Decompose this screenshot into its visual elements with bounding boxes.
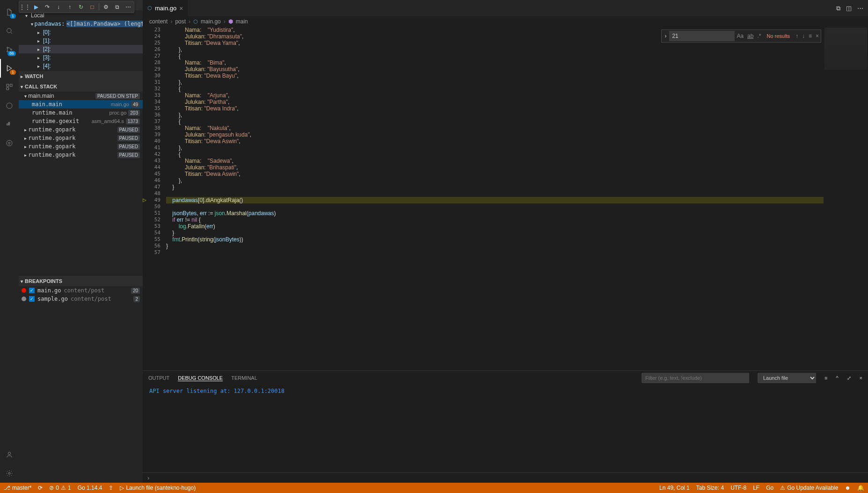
- breakpoint-item[interactable]: ✓main.gocontent/post20: [19, 286, 143, 295]
- step-into-button[interactable]: ↓: [53, 1, 64, 13]
- scm-icon[interactable]: 86: [0, 40, 19, 59]
- explorer-icon[interactable]: 1: [0, 3, 19, 22]
- breakpoint-item[interactable]: ✓sample.gocontent/post2: [19, 295, 143, 303]
- svg-rect-5: [10, 84, 12, 87]
- panel-tabs: OUTPUT DEBUG CONSOLE TERMINAL Launch fil…: [143, 371, 868, 385]
- problems-button[interactable]: ⊘ 0 ⚠ 1: [49, 485, 71, 491]
- var-item-3[interactable]: ▸[3]:: [19, 53, 143, 62]
- filter-input[interactable]: [642, 373, 749, 383]
- var-pandawas[interactable]: ▾pandawas: <[]main.Pandawa> (length: 5, …: [19, 20, 143, 28]
- callstack-header[interactable]: ▾CALL STACK: [19, 81, 143, 92]
- thread-paused[interactable]: ▸ runtime.goparkPAUSED: [19, 134, 143, 142]
- svg-rect-8: [7, 124, 8, 125]
- compare-icon[interactable]: ⧉: [836, 5, 840, 12]
- tab-output[interactable]: OUTPUT: [148, 375, 169, 381]
- match-word-icon[interactable]: ab: [745, 33, 755, 39]
- var-item-2[interactable]: ▸[2]:: [19, 45, 143, 53]
- minimap[interactable]: [824, 27, 868, 370]
- callstack-title: CALL STACK: [25, 84, 57, 89]
- more-icon[interactable]: ⋯: [123, 1, 134, 13]
- extensions-icon[interactable]: [0, 78, 19, 96]
- collapse-icon[interactable]: ^: [836, 375, 838, 381]
- close-icon[interactable]: ×: [814, 33, 821, 39]
- maximize-icon[interactable]: ⤢: [847, 375, 851, 381]
- close-icon[interactable]: ×: [860, 375, 862, 381]
- var-item-0[interactable]: ▸[0]:: [19, 28, 143, 36]
- feedback-icon[interactable]: ☻: [845, 485, 851, 491]
- close-icon[interactable]: ×: [179, 5, 183, 12]
- repl-input[interactable]: ›: [143, 472, 868, 483]
- debug-sidebar: ▾VARIABLES ▾Local ▾pandawas: <[]main.Pan…: [19, 0, 143, 483]
- tab-main-go[interactable]: ⬡ main.go ×: [143, 0, 188, 16]
- regex-icon[interactable]: .*: [755, 33, 763, 39]
- launch-select[interactable]: Launch file: [758, 373, 816, 383]
- account-icon[interactable]: [0, 445, 19, 464]
- continue-button[interactable]: ▶: [30, 1, 42, 13]
- breakpoints-header[interactable]: ▾BREAKPOINTS: [19, 276, 143, 286]
- breadcrumb[interactable]: content› post› ⬡main.go› ⬢main: [143, 16, 868, 27]
- status-bar: ⎇ master* ⟳ ⊘ 0 ⚠ 1 Go 1.14.4 ⇪ ▷ Launch…: [0, 483, 868, 493]
- tab-bar: ⬡ main.go × ⧉ ◫ ⋯: [143, 0, 868, 16]
- tab-label: main.go: [155, 5, 176, 12]
- split-icon[interactable]: ◫: [846, 5, 852, 12]
- find-result: No results: [763, 33, 794, 39]
- thread-paused[interactable]: ▸ runtime.goparkPAUSED: [19, 151, 143, 159]
- thread-paused[interactable]: ▸ runtime.goparkPAUSED: [19, 125, 143, 134]
- indentation-button[interactable]: Tab Size: 4: [696, 485, 724, 491]
- watch-title: WATCH: [25, 73, 44, 79]
- debug-toolbar[interactable]: ⋮⋮ ▶ ↷ ↓ ↑ ↻ □ ⚙ ⧉ ⋯: [19, 1, 134, 13]
- encoding-button[interactable]: UTF-8: [730, 485, 746, 491]
- step-over-button[interactable]: ↷: [42, 1, 53, 13]
- go-version-button[interactable]: Go 1.14.4: [78, 485, 102, 491]
- match-case-icon[interactable]: Aa: [735, 33, 745, 39]
- svg-point-13: [8, 472, 10, 474]
- step-out-button[interactable]: ↑: [64, 1, 75, 13]
- bell-icon[interactable]: 🔔: [857, 485, 864, 491]
- find-input[interactable]: [669, 31, 735, 41]
- var-item-4[interactable]: ▸[4]:: [19, 62, 143, 70]
- clear-icon[interactable]: ≡: [824, 375, 827, 381]
- go-file-icon: ⬡: [193, 19, 198, 25]
- prev-match-icon[interactable]: ↑: [794, 33, 800, 39]
- language-button[interactable]: Go: [766, 485, 773, 491]
- svg-rect-10: [8, 122, 10, 123]
- cursor-position[interactable]: Ln 49, Col 1: [659, 485, 690, 491]
- tab-debug-console[interactable]: DEBUG CONSOLE: [178, 375, 223, 381]
- go-update-button[interactable]: ⚠ Go Update Available: [780, 485, 838, 491]
- symbol-icon: ⬢: [228, 18, 233, 25]
- docker-icon[interactable]: [0, 115, 19, 134]
- var-item-1[interactable]: ▸[1]:: [19, 36, 143, 45]
- panel: OUTPUT DEBUG CONSOLE TERMINAL Launch fil…: [143, 370, 868, 483]
- breakpoints-title: BREAKPOINTS: [25, 278, 62, 284]
- stop-button[interactable]: □: [87, 1, 98, 13]
- stack-frame[interactable]: runtime.mainproc.go203: [19, 109, 143, 117]
- settings-icon[interactable]: ⚙: [100, 1, 111, 13]
- pin-icon[interactable]: ⧉: [111, 1, 123, 13]
- spotify-icon[interactable]: [0, 134, 19, 152]
- find-in-selection-icon[interactable]: ≡: [807, 33, 814, 39]
- drag-handle-icon[interactable]: ⋮⋮: [19, 1, 30, 13]
- live-share-icon[interactable]: ⇪: [109, 485, 113, 491]
- go-file-icon: ⬡: [147, 5, 152, 11]
- thread-paused[interactable]: ▸ runtime.goparkPAUSED: [19, 142, 143, 151]
- code-editor[interactable]: ▷ 23242526272829303132333435363738394041…: [143, 27, 868, 370]
- debug-icon[interactable]: 1: [0, 59, 19, 78]
- restart-button[interactable]: ↻: [75, 1, 87, 13]
- watch-header[interactable]: ▸WATCH: [19, 71, 143, 81]
- stack-frame[interactable]: main.mainmain.go49: [19, 100, 143, 109]
- branch-button[interactable]: ⎇ master*: [4, 485, 31, 491]
- toggle-replace-icon[interactable]: ›: [662, 33, 669, 39]
- sync-button[interactable]: ⟳: [38, 485, 43, 491]
- remote-icon[interactable]: [0, 96, 19, 115]
- search-icon[interactable]: [0, 22, 19, 40]
- gear-icon[interactable]: [0, 464, 19, 483]
- tab-terminal[interactable]: TERMINAL: [231, 375, 257, 381]
- thread-main[interactable]: ▾ main.mainPAUSED ON STEP: [19, 92, 143, 100]
- svg-rect-6: [7, 87, 9, 90]
- next-match-icon[interactable]: ↓: [800, 33, 807, 39]
- more-icon[interactable]: ⋯: [857, 5, 863, 12]
- stack-frame[interactable]: runtime.goexitasm_amd64.s1373: [19, 117, 143, 125]
- svg-rect-9: [8, 124, 10, 125]
- eol-button[interactable]: LF: [753, 485, 759, 491]
- debug-launch-button[interactable]: ▷ Launch file (santekno-hugo): [120, 485, 196, 491]
